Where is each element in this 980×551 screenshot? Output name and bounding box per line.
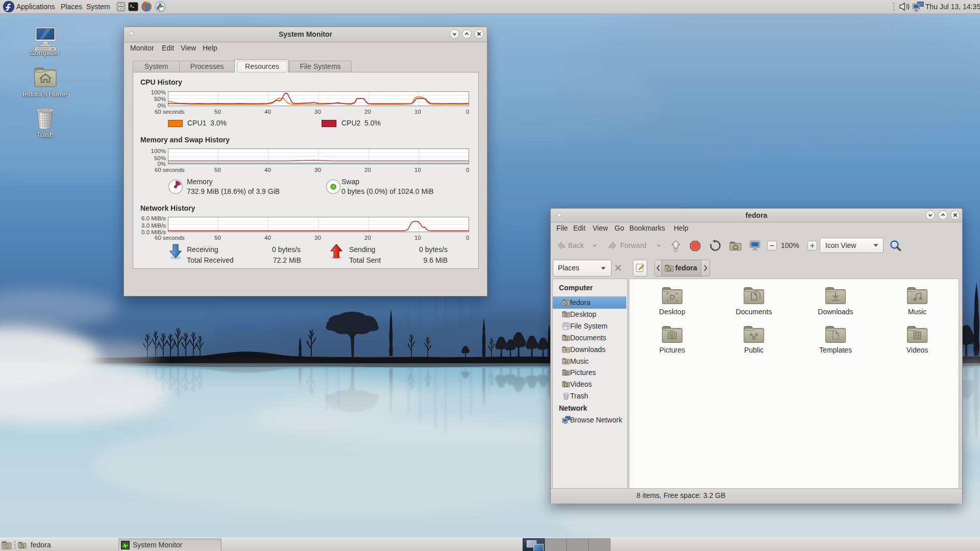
svg-text:D: D xyxy=(565,314,567,317)
